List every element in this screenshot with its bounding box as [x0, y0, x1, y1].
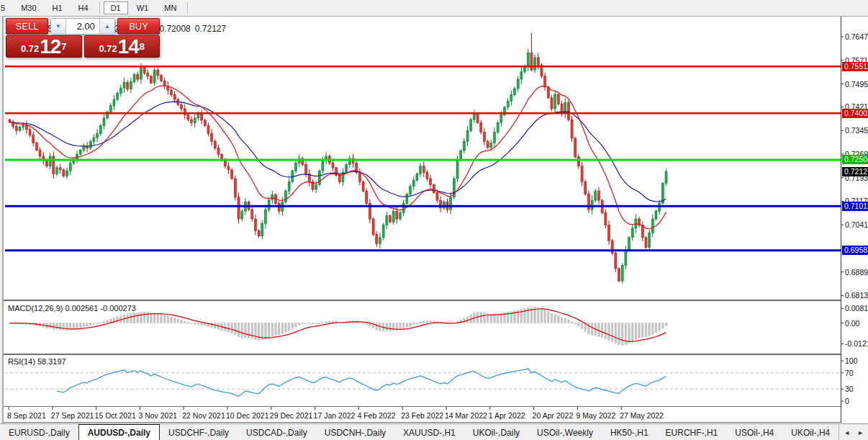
candle-body — [514, 89, 516, 95]
date-axis-label: 27 Sep 2021 — [51, 411, 94, 420]
buy-button[interactable]: BUY — [117, 18, 160, 35]
macd-histogram-bar — [548, 312, 550, 323]
macd-histogram-bar — [412, 323, 415, 325]
candle-body — [291, 171, 294, 181]
macd-histogram-bar — [161, 314, 163, 323]
macd-histogram-bar — [625, 323, 627, 345]
tab-scroll-right-icon[interactable]: ► — [857, 429, 864, 436]
tab-eurchf-h1[interactable]: EURCHF-,H1 — [657, 424, 727, 440]
candle-body — [73, 159, 75, 163]
macd-histogram-bar — [564, 318, 566, 323]
candle-body — [305, 165, 307, 174]
candle-body — [345, 165, 348, 173]
candle-body — [29, 130, 31, 135]
candle-body — [356, 163, 358, 172]
date-axis-label: 20 Apr 2022 — [533, 411, 574, 420]
volume-decrease-icon[interactable]: ▼ — [51, 19, 66, 34]
date-axis-label: 4 Feb 2022 — [357, 411, 395, 420]
timeframe-5-button[interactable]: 5 — [0, 1, 12, 14]
timeframe-mn-button[interactable]: MN — [157, 1, 184, 14]
rsi-tick-label: 30 — [845, 385, 868, 393]
candle-body — [382, 225, 384, 238]
candle-body — [312, 181, 314, 189]
tab-ukoil-daily[interactable]: UKOil-,Daily — [464, 424, 528, 440]
candle-body — [490, 143, 492, 147]
candle-body — [621, 266, 623, 282]
macd-histogram-bar — [641, 323, 643, 338]
macd-histogram-bar — [510, 312, 512, 323]
tab-ukoil-h4[interactable]: UKOil-,H4 — [782, 424, 838, 440]
macd-histogram-bar — [392, 323, 394, 331]
candle-body — [638, 219, 641, 225]
candle-body — [76, 154, 78, 159]
tab-usdcad-daily[interactable]: USDCAD-,Daily — [238, 424, 316, 440]
macd-histogram-bar — [561, 318, 563, 323]
candle-body — [487, 141, 489, 148]
candle-body — [9, 120, 11, 122]
tab-usdchf-daily[interactable]: USDCHF-,Daily — [160, 424, 238, 440]
buy-price-tile[interactable]: 0.72 14 8 — [84, 35, 161, 58]
macd-histogram-bar — [204, 323, 206, 326]
candle-body — [153, 70, 155, 83]
candle-body — [605, 212, 607, 225]
candle-body — [584, 181, 587, 194]
sell-price-tile[interactable]: 0.72 12 7 — [6, 35, 82, 58]
macd-histogram-bar — [598, 323, 600, 337]
macd-histogram-bar — [291, 323, 294, 329]
candle-body — [332, 163, 334, 167]
candle-body — [574, 138, 577, 157]
price-tick-label: 0.76470 — [845, 32, 868, 41]
candle-body — [534, 58, 536, 70]
candle-body — [204, 120, 206, 126]
candle-body — [217, 148, 220, 155]
tab-xauusd-h1[interactable]: XAUUSD-,H1 — [394, 424, 464, 440]
tab-usdcnh-daily[interactable]: USDCNH-,Daily — [316, 424, 394, 440]
macd-histogram-bar — [433, 321, 435, 323]
macd-histogram-bar — [133, 313, 135, 323]
timeframe-toolbar: 5M30H1H4D1W1MN — [0, 0, 868, 17]
macd-histogram-bar — [588, 323, 590, 334]
macd-histogram-bar — [79, 323, 81, 328]
tab-hk50-h1[interactable]: HK50-,H1 — [602, 424, 657, 440]
date-axis-label: 27 May 2022 — [620, 411, 664, 420]
candle-body — [342, 172, 344, 181]
macd-histogram-bar — [645, 323, 647, 337]
candle-body — [504, 107, 506, 115]
macd-histogram-bar — [187, 323, 189, 323]
candle-body — [476, 113, 479, 122]
candle-body — [315, 185, 317, 189]
candle-body — [591, 200, 593, 210]
macd-histogram-bar — [63, 323, 65, 331]
macd-histogram-bar — [137, 313, 139, 323]
macd-histogram-bar — [410, 323, 412, 326]
tab-eurusd-daily[interactable]: EURUSD-,Daily — [0, 424, 78, 440]
tab-scroll-left-icon[interactable]: ◄ — [844, 429, 850, 436]
candle-body — [194, 118, 196, 122]
tab-usoil-weekly[interactable]: USOil-,Weekly — [528, 424, 602, 440]
timeframe-h1-button[interactable]: H1 — [45, 1, 70, 14]
candle-body — [362, 181, 364, 191]
macd-histogram-bar — [207, 323, 209, 327]
volume-input[interactable]: 2.00 — [66, 19, 99, 34]
sell-button[interactable]: SELL — [6, 18, 48, 35]
timeframe-w1-button[interactable]: W1 — [130, 1, 156, 14]
candle-body — [45, 161, 48, 166]
volume-increase-icon[interactable]: ▲ — [99, 19, 114, 34]
timeframe-d1-button[interactable]: D1 — [104, 1, 128, 14]
tab-audusd-daily[interactable]: AUDUSD-,Daily — [78, 424, 160, 440]
candle-body — [157, 70, 159, 76]
candle-body — [163, 81, 166, 86]
candle-body — [298, 158, 300, 163]
candle-body — [601, 200, 603, 212]
timeframe-h4-button[interactable]: H4 — [71, 1, 96, 14]
macd-histogram-bar — [537, 307, 539, 323]
candle-body — [426, 172, 428, 179]
candle-body — [453, 179, 455, 197]
timeframe-m30-button[interactable]: M30 — [14, 1, 43, 14]
candle-body — [32, 135, 35, 143]
date-axis-label: 22 Nov 2021 — [182, 411, 225, 420]
candle-body — [127, 82, 129, 89]
candle-body — [352, 158, 354, 163]
buy-price-prefix: 0.72 — [99, 42, 117, 56]
tab-usoil-h4[interactable]: USOil-,H4 — [726, 424, 782, 440]
